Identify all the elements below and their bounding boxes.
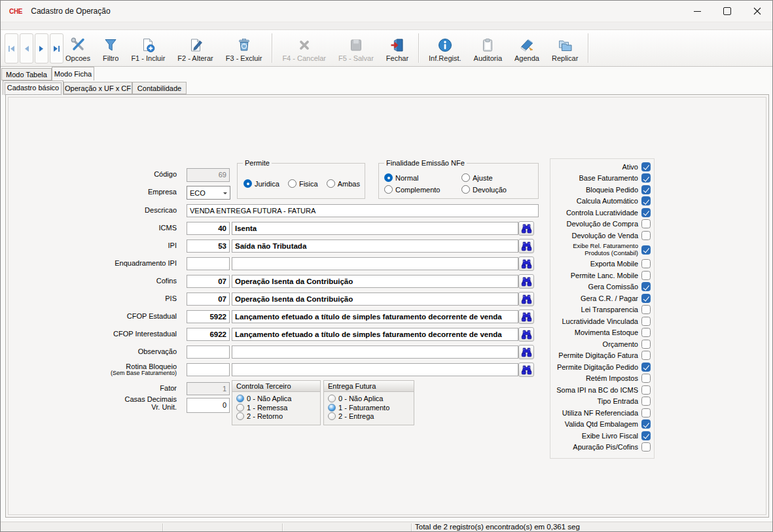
flag-utiliza-nf-referenciada[interactable]: Utiliza NF Referenciada	[550, 407, 654, 419]
checkbox[interactable]	[641, 397, 651, 406]
nav-first-button[interactable]	[5, 33, 18, 63]
tab-cadastro-basico[interactable]: Cadastro básico	[3, 80, 63, 95]
checkbox[interactable]	[641, 196, 651, 205]
tab-operacao-uf-cf[interactable]: Operação x UF x CF	[63, 82, 132, 94]
flag-ativo[interactable]: Ativo	[550, 161, 654, 173]
radio-button[interactable]	[288, 179, 297, 188]
checkbox[interactable]	[641, 282, 651, 291]
radio-devolucao[interactable]: Devolução	[461, 185, 507, 194]
descricao-field[interactable]: VENDA ENTREGA FUTURA - FATURA	[187, 204, 539, 217]
flag-permite-digitacao-fatura[interactable]: Permite Digitação Fatura	[550, 350, 654, 362]
toolbar-button-agenda[interactable]: Agenda	[510, 31, 544, 65]
radio-button[interactable]	[328, 412, 336, 420]
radio-ajuste[interactable]: Ajuste	[461, 173, 507, 182]
field-code-enquadramento-ipi[interactable]	[187, 257, 230, 270]
field-code-pis[interactable]: 07	[187, 293, 230, 306]
field-desc-cfop-estadual[interactable]: Lançamento efetuado a título de simples …	[232, 310, 518, 323]
toolbar-button-fechar[interactable]: Fechar	[382, 31, 413, 65]
radio-2-entrega[interactable]: 2 - Entrega	[328, 412, 414, 420]
checkbox[interactable]	[641, 271, 651, 280]
casas-decimais-field[interactable]: 0	[187, 398, 230, 413]
checkbox[interactable]	[641, 328, 651, 337]
flag-tipo-entrada[interactable]: Tipo Entrada	[550, 396, 654, 408]
flag-devolucao-de-venda[interactable]: Devolução de Venda	[550, 230, 654, 241]
radio-normal[interactable]: Normal	[384, 173, 461, 182]
checkbox[interactable]	[641, 340, 651, 349]
checkbox[interactable]	[641, 219, 651, 228]
checkbox[interactable]	[641, 208, 651, 217]
checkbox[interactable]	[641, 294, 651, 303]
checkbox[interactable]	[641, 431, 651, 440]
flag-exibe-livro-fiscal[interactable]: Exibe Livro Fiscal	[550, 430, 654, 442]
checkbox[interactable]	[641, 162, 651, 171]
checkbox[interactable]	[641, 408, 651, 417]
checkbox[interactable]	[641, 231, 651, 240]
radio-button[interactable]	[236, 404, 244, 412]
radio-complemento[interactable]: Complemento	[384, 185, 461, 194]
chevron-down-icon[interactable]	[220, 186, 230, 199]
radio-button[interactable]	[328, 404, 336, 412]
nav-next-button[interactable]	[35, 33, 48, 63]
checkbox[interactable]	[641, 374, 651, 383]
lookup-button-ipi[interactable]	[518, 239, 534, 253]
field-desc-ipi[interactable]: Saída não Tributada	[232, 239, 518, 253]
flag-permite-digitacao-pedido[interactable]: Permite Digitação Pedido	[550, 361, 654, 373]
lookup-button-cofins[interactable]	[518, 274, 534, 289]
flag-calcula-automatico[interactable]: Calcula Automático	[550, 196, 654, 207]
radio-fisica[interactable]: Fisica	[288, 179, 318, 188]
flag-base-faturamento[interactable]: Base Faturamento	[550, 173, 654, 185]
radio-ambas[interactable]: Ambas	[327, 179, 360, 188]
checkbox[interactable]	[641, 259, 651, 268]
field-desc-enquadramento-ipi[interactable]	[232, 257, 518, 270]
toolbar-button-f2-alterar[interactable]: F2 - Alterar	[173, 31, 217, 65]
field-desc-cofins[interactable]: Operação Isenta da Contribuição	[232, 275, 518, 288]
toolbar-button-f3-excluir[interactable]: F3 - Excluir	[221, 31, 267, 65]
nav-prev-button[interactable]	[20, 33, 33, 63]
flag-gera-comissao[interactable]: Gera Comissão	[550, 281, 654, 293]
flag-devolucao-de-compra[interactable]: Devolução de Compra	[550, 219, 654, 230]
field-desc-observacao[interactable]	[232, 346, 518, 359]
checkbox[interactable]	[641, 385, 651, 395]
maximize-button[interactable]	[712, 1, 742, 22]
field-code-rotina-bloqueio[interactable]	[187, 363, 230, 376]
checkbox[interactable]	[641, 173, 651, 183]
radio-button[interactable]	[243, 179, 252, 188]
flag-retem-impostos[interactable]: Retém Impostos	[550, 373, 654, 385]
flag-movimenta-estoque[interactable]: Movimenta Estoque	[550, 327, 654, 339]
tab-modo-ficha[interactable]: Modo Ficha	[52, 67, 94, 80]
lookup-button-cfop-estadual[interactable]	[518, 310, 534, 324]
minimize-button[interactable]	[682, 1, 712, 22]
radio-button[interactable]	[328, 395, 336, 402]
flag-exibe-rel-faturamento-produtos-contabil[interactable]: Exibe Rel. Faturamento Produtos (Contabi…	[550, 241, 654, 258]
flag-lucratividade-vinculada[interactable]: Lucratividade Vinculada	[550, 315, 654, 327]
radio-button[interactable]	[236, 395, 244, 402]
flag-permite-lanc-mobile[interactable]: Permite Lanc. Mobile	[550, 270, 654, 281]
toolbar-button-inf-regist[interactable]: Inf.Regist.	[424, 31, 466, 65]
lookup-button-icms[interactable]	[518, 221, 534, 236]
toolbar-button-f1-incluir[interactable]: F1 - Incluir	[126, 31, 170, 65]
tab-contabilidade[interactable]: Contabilidade	[132, 82, 187, 94]
radio-2-retorno[interactable]: 2 - Retorno	[236, 412, 320, 420]
lookup-button-pis[interactable]	[518, 292, 534, 306]
lookup-button-cfop-interestadual[interactable]	[518, 327, 534, 342]
checkbox[interactable]	[641, 351, 651, 360]
empresa-select[interactable]: ECO	[187, 186, 230, 200]
flag-soma-ipi-na-bc-do-icms[interactable]: Soma IPI na BC do ICMS	[550, 384, 654, 396]
radio-1-faturamento[interactable]: 1 - Faturamento	[328, 404, 414, 412]
checkbox[interactable]	[641, 442, 651, 452]
flag-bloqueia-pedido[interactable]: Bloqueia Pedido	[550, 184, 654, 196]
radio-button[interactable]	[327, 179, 335, 188]
tab-modo-tabela[interactable]: Modo Tabela	[1, 68, 52, 80]
field-code-ipi[interactable]: 53	[187, 239, 230, 253]
checkbox[interactable]	[641, 245, 651, 255]
field-code-icms[interactable]: 40	[187, 222, 230, 235]
toolbar-button-replicar[interactable]: Replicar	[547, 31, 583, 65]
radio-button[interactable]	[384, 173, 393, 182]
flag-orcamento[interactable]: Orçamento	[550, 338, 654, 350]
checkbox[interactable]	[641, 419, 651, 429]
lookup-button-rotina-bloqueio[interactable]	[518, 363, 534, 377]
field-code-cfop-estadual[interactable]: 5922	[187, 310, 230, 323]
flag-exporta-mobile[interactable]: Exporta Mobile	[550, 258, 654, 270]
toolbar-button-opcoes[interactable]: Opcoes	[61, 31, 95, 65]
radio-button[interactable]	[236, 412, 244, 420]
